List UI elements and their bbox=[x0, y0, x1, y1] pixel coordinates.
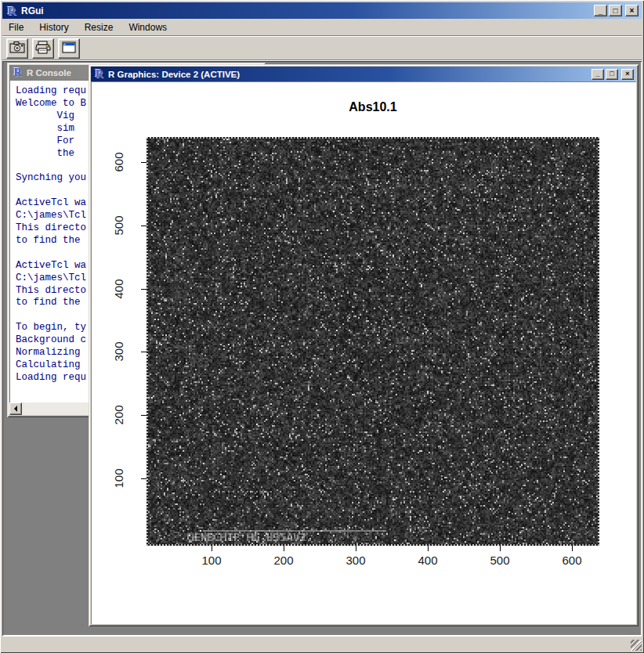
y-axis-tick-label: 400 bbox=[112, 272, 125, 306]
status-bar bbox=[2, 636, 642, 651]
y-axis-tick-label: 500 bbox=[112, 208, 125, 243]
rgui-main-window: R RGui _□× FileHistoryResizeWindows R R … bbox=[0, 0, 644, 653]
x-axis-tick-label: 100 bbox=[194, 554, 229, 567]
y-axis-tick bbox=[141, 162, 147, 163]
printer-tool-button[interactable] bbox=[32, 38, 54, 59]
graphics-close-button[interactable]: × bbox=[621, 69, 634, 80]
menu-item-file[interactable]: File bbox=[2, 20, 30, 35]
y-axis-tick-label: 200 bbox=[112, 398, 125, 432]
x-axis-tick-label: 600 bbox=[555, 554, 589, 567]
menu-item-history[interactable]: History bbox=[33, 20, 74, 35]
y-axis-tick-label: 100 bbox=[112, 461, 125, 496]
main-maximize-button[interactable]: □ bbox=[609, 5, 622, 16]
y-axis-tick-label: 600 bbox=[112, 145, 125, 179]
camera-icon bbox=[9, 41, 25, 56]
main-close-button[interactable]: × bbox=[625, 5, 639, 16]
plot-area: Abs10.1 10020030040050060010020030040050… bbox=[91, 81, 636, 624]
graphics-titlebar[interactable]: R R Graphics: Device 2 (ACTIVE) _□× bbox=[91, 67, 636, 81]
y-axis-tick bbox=[141, 225, 147, 226]
x-axis-tick-label: 400 bbox=[411, 554, 445, 567]
window-icon bbox=[62, 41, 76, 56]
x-axis-tick bbox=[428, 546, 429, 551]
y-axis-tick bbox=[141, 289, 147, 290]
graphics-window-title: R Graphics: Device 2 (ACTIVE) bbox=[108, 70, 592, 79]
window-tool-button[interactable] bbox=[58, 38, 80, 59]
graphics-maximize-button[interactable]: □ bbox=[606, 69, 618, 80]
resize-grip[interactable] bbox=[631, 640, 642, 651]
x-axis-tick-label: 300 bbox=[338, 554, 373, 567]
x-axis-tick bbox=[284, 546, 284, 551]
graphics-minimize-button[interactable]: _ bbox=[592, 69, 604, 80]
x-axis-tick bbox=[356, 546, 356, 551]
camera-tool-button[interactable] bbox=[6, 38, 28, 59]
r-logo-icon: R bbox=[5, 5, 18, 17]
y-axis-tick bbox=[141, 352, 147, 352]
menu-item-resize[interactable]: Resize bbox=[78, 20, 120, 35]
x-axis-tick bbox=[572, 546, 573, 551]
mdi-client-area: R R Console Loading requWelcome to B Vig… bbox=[2, 61, 642, 636]
y-axis-tick bbox=[141, 478, 147, 479]
r-logo-icon: R bbox=[93, 68, 105, 80]
menu-item-windows[interactable]: Windows bbox=[122, 20, 173, 35]
plot-title: Abs10.1 bbox=[147, 100, 599, 114]
microarray-image bbox=[147, 137, 599, 546]
main-window-controls: _□× bbox=[594, 5, 639, 16]
menu-bar: FileHistoryResizeWindows bbox=[2, 19, 642, 35]
main-titlebar[interactable]: R RGui _□× bbox=[2, 2, 642, 19]
r-graphics-window: R R Graphics: Device 2 (ACTIVE) _□× Abs1… bbox=[89, 64, 639, 626]
r-logo-icon: R bbox=[12, 67, 24, 78]
x-axis-tick bbox=[500, 546, 501, 551]
scroll-left-arrow[interactable] bbox=[9, 402, 22, 415]
y-axis-tick-label: 300 bbox=[112, 334, 125, 369]
toolbar bbox=[2, 37, 642, 60]
y-axis-tick bbox=[141, 415, 147, 416]
x-axis-tick bbox=[212, 546, 212, 551]
printer-icon bbox=[35, 41, 51, 56]
main-minimize-button[interactable]: _ bbox=[594, 5, 607, 16]
main-window-title: RGui bbox=[21, 5, 594, 16]
x-axis-tick-label: 500 bbox=[483, 554, 517, 567]
x-axis-tick-label: 200 bbox=[266, 554, 301, 567]
graphics-window-controls: _□× bbox=[592, 69, 634, 80]
